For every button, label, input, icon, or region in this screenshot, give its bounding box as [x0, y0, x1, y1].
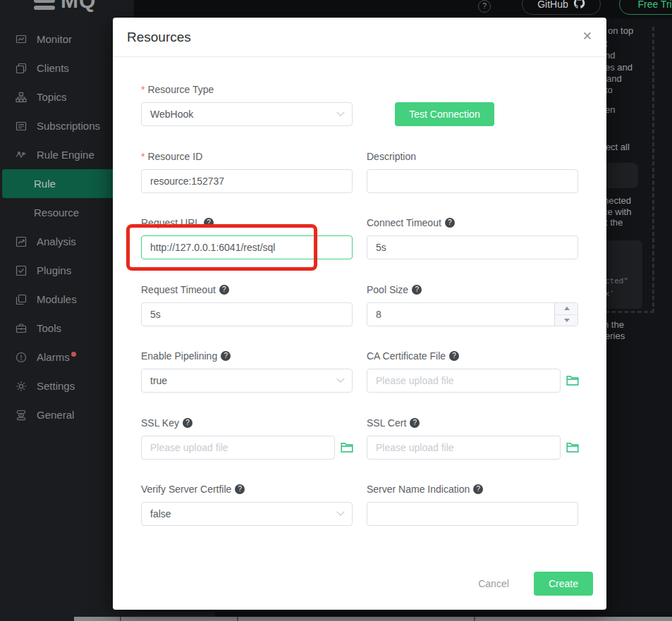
field-enable-pipelining: Enable Pipelining ? true	[141, 350, 353, 362]
ca-certificate-label: CA Certificate File	[367, 350, 446, 362]
github-label: GitHub	[537, 0, 568, 10]
field-request-timeout: Request Timeout ?	[141, 283, 353, 296]
background-text-fragment: and	[606, 73, 622, 84]
background-code-panel	[601, 240, 642, 309]
request-url-label: Request URL	[141, 217, 200, 228]
help-icon[interactable]: ?	[183, 418, 193, 428]
required-asterisk: *	[141, 84, 145, 95]
enable-pipelining-select[interactable]: true	[141, 369, 353, 393]
pool-size-input[interactable]	[367, 302, 578, 326]
resource-id-input[interactable]	[141, 169, 353, 193]
stepper-up-icon[interactable]	[555, 303, 578, 314]
subscriptions-icon	[16, 121, 27, 132]
sidebar-item-label: Plugins	[37, 264, 71, 276]
modal-header-divider	[113, 56, 606, 57]
test-connection-button[interactable]: Test Connection	[395, 102, 494, 126]
sidebar-item-label: Modules	[37, 293, 77, 305]
ca-certificate-input[interactable]	[367, 369, 561, 393]
chevron-down-icon	[336, 375, 344, 383]
folder-upload-icon[interactable]	[566, 375, 579, 388]
sidebar-item-label: Settings	[37, 380, 75, 392]
emqx-logo[interactable]: MQ	[34, 0, 96, 13]
request-timeout-input[interactable]	[141, 302, 353, 326]
description-label: Description	[367, 151, 416, 162]
chevron-down-icon	[336, 109, 344, 116]
clients-icon	[16, 63, 27, 74]
help-icon[interactable]: ?	[473, 484, 483, 494]
cancel-button[interactable]: Cancel	[465, 572, 522, 596]
server-name-indication-input[interactable]	[367, 502, 578, 526]
server-name-indication-label: Server Name Indication	[367, 484, 470, 495]
folder-upload-icon[interactable]	[566, 442, 579, 455]
field-request-url: Request URL ?	[141, 216, 353, 229]
background-text-fragment: ce with	[603, 207, 631, 217]
field-pool-size: Pool Size ?	[367, 283, 578, 296]
sidebar-item-label: Alarms	[37, 351, 70, 363]
monitor-icon	[16, 34, 27, 45]
connect-timeout-input[interactable]	[367, 235, 578, 259]
verify-server-certfile-value: false	[150, 508, 171, 519]
analysis-icon	[16, 236, 27, 247]
help-icon[interactable]: ?	[204, 218, 214, 228]
help-icon[interactable]: ?	[412, 285, 422, 295]
field-ssl-key: SSL Key ?	[141, 417, 353, 429]
background-text-fragment: es and	[605, 62, 633, 73]
background-text-fragment: on top	[608, 25, 633, 36]
pool-size-label: Pool Size	[367, 284, 408, 295]
help-icon[interactable]: ?	[449, 351, 459, 361]
field-description: Description	[367, 150, 578, 163]
field-verify-server-certfile: Verify Server Certfile ? false	[141, 483, 353, 496]
topics-icon	[16, 92, 27, 103]
ssl-cert-input[interactable]	[367, 436, 561, 460]
field-ca-certificate: CA Certificate File ?	[367, 350, 578, 362]
verify-server-certfile-select[interactable]: false	[141, 502, 353, 526]
modal-title: Resources	[127, 30, 191, 45]
close-icon[interactable]: ✕	[582, 29, 592, 44]
background-text-fragment: eries	[605, 331, 625, 341]
horizontal-scrollbar[interactable]	[74, 617, 672, 621]
background-text-fragment: lect all	[604, 142, 630, 152]
alarm-badge	[71, 352, 76, 357]
folder-upload-icon[interactable]	[341, 442, 353, 455]
help-icon[interactable]: ?	[219, 285, 229, 295]
field-connect-timeout: Connect Timeout ?	[367, 216, 578, 229]
background-button-fragment	[601, 163, 638, 188]
request-url-input[interactable]	[141, 235, 353, 259]
help-icon[interactable]: ?	[445, 218, 455, 228]
stepper-down-icon[interactable]	[555, 314, 578, 326]
help-icon[interactable]: ?	[410, 418, 420, 428]
free-trial-label: Free Trial	[637, 0, 672, 10]
field-resource-type: * Resource Type WebHook	[141, 83, 353, 96]
help-icon[interactable]: ?	[221, 351, 231, 361]
sidebar-item-label: Tools	[37, 322, 61, 334]
number-stepper[interactable]	[554, 303, 578, 326]
background-text-fragment: nected	[604, 195, 631, 206]
resource-id-label: Resource ID	[147, 151, 202, 162]
sidebar-item-label: Monitor	[37, 33, 72, 45]
create-button[interactable]: Create	[534, 572, 593, 596]
emqx-logo-bars-icon	[34, 0, 55, 10]
general-icon	[16, 410, 27, 421]
emqx-dashboard: cted" x' on toptndes andandtoenlect alln…	[0, 0, 672, 621]
connect-timeout-label: Connect Timeout	[367, 217, 441, 228]
help-icon[interactable]: ?	[235, 484, 245, 494]
sidebar-item-label: Resource	[34, 207, 79, 219]
ssl-key-label: SSL Key	[141, 417, 179, 429]
sidebar-item-rule[interactable]: Rule	[2, 169, 116, 198]
tools-icon	[16, 323, 27, 334]
background-code-line: cted"	[605, 276, 628, 285]
required-asterisk: *	[141, 151, 145, 162]
ssl-key-input[interactable]	[141, 436, 335, 460]
plugins-icon	[16, 265, 27, 276]
field-ssl-cert: SSL Cert ?	[367, 417, 578, 429]
emqx-logo-text: MQ	[61, 0, 96, 13]
help-icon[interactable]: ?	[478, 0, 491, 13]
resource-type-select[interactable]: WebHook	[141, 102, 353, 126]
resource-type-label: Resource Type	[147, 84, 214, 95]
free-trial-button[interactable]: Free Trial	[619, 0, 672, 15]
sidebar-item-label: Analysis	[37, 235, 76, 247]
field-server-name-indication: Server Name Indication ?	[367, 483, 578, 496]
enable-pipelining-label: Enable Pipelining	[141, 350, 217, 362]
github-button[interactable]: GitHub	[522, 0, 601, 15]
description-input[interactable]	[367, 169, 578, 193]
